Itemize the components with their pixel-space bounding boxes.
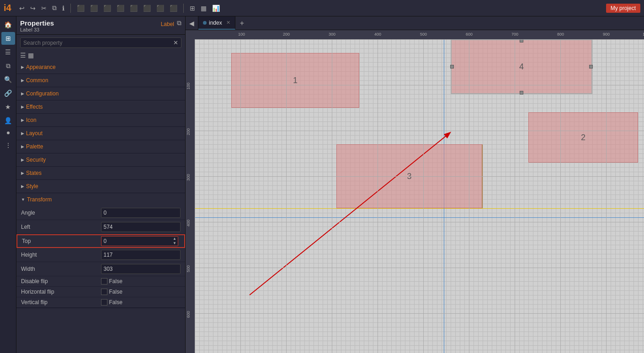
icon-bar-home[interactable]: 🏠 — [1, 18, 15, 31]
prop-top-input[interactable] — [101, 236, 172, 246]
handle-bottom[interactable] — [520, 91, 523, 95]
align-middle-btn[interactable]: ⬛ — [128, 4, 139, 13]
guide-blue-h-390 — [195, 217, 644, 218]
prop-top-spin-down[interactable]: ▼ — [171, 241, 178, 246]
icon-bar-layers[interactable]: ⧉ — [1, 59, 15, 72]
prop-disable-flip-checkbox[interactable]: False — [101, 278, 122, 285]
section-palette-header[interactable]: ▶ Palette — [16, 140, 185, 153]
prop-angle-value — [101, 208, 181, 218]
prop-width: Width — [16, 262, 185, 276]
prop-width-value — [101, 264, 181, 274]
ruler-corner — [186, 30, 195, 39]
tab-index[interactable]: index ✕ — [198, 16, 235, 30]
icon-bar-search[interactable]: 🔍 — [1, 73, 15, 86]
section-style-header[interactable]: ▶ Style — [16, 180, 185, 193]
section-layout-label: Layout — [26, 130, 43, 137]
panel-header: Properties Label 33 Label ⧉ — [16, 16, 185, 35]
tab-collapse-btn[interactable]: ◀ — [186, 16, 198, 30]
prop-disable-flip-value: False — [101, 278, 181, 285]
prop-vertical-flip-checkbox[interactable]: False — [101, 299, 122, 306]
panel-header-right: Label ⧉ — [161, 19, 181, 27]
section-appearance-header[interactable]: ▶ Appearance — [16, 61, 185, 74]
prop-left-label: Left — [21, 224, 101, 230]
view-grid-btn[interactable]: ▦ — [28, 52, 34, 59]
tab-index-close[interactable]: ✕ — [226, 20, 230, 26]
section-states: ▶ States — [16, 167, 185, 180]
section-common-header[interactable]: ▶ Common — [16, 74, 185, 87]
ruler-v-600: 600 — [186, 311, 191, 318]
section-configuration-header[interactable]: ▶ Configuration — [16, 87, 185, 100]
icon-bar-link[interactable]: 🔗 — [1, 87, 15, 100]
prop-height-input[interactable] — [101, 250, 181, 260]
prop-horizontal-flip-checkbox[interactable]: False — [101, 289, 122, 295]
align-top-btn[interactable]: ⬛ — [115, 4, 126, 13]
section-states-header[interactable]: ▶ States — [16, 167, 185, 179]
prop-height-value — [101, 250, 181, 260]
align-bottom-btn[interactable]: ⬛ — [142, 4, 152, 13]
grid-btn[interactable]: ⊞ — [188, 4, 197, 13]
section-layout-header[interactable]: ▶ Layout — [16, 127, 185, 140]
prop-angle-label: Angle — [21, 210, 101, 216]
ruler-h-700: 700 — [511, 32, 518, 37]
icon-bar-dots[interactable]: ⋮ — [1, 139, 15, 152]
info-btn[interactable]: ℹ — [61, 4, 66, 13]
section-icon-header[interactable]: ▶ Icon — [16, 114, 185, 126]
toolbar: i4 ↩ ↪ ✂ ⧉ ℹ ⬛ ⬛ ⬛ ⬛ ⬛ ⬛ ⬛ ⬛ ⊞ ▦ 📊 My pr… — [0, 0, 644, 16]
prop-height: Height — [16, 248, 185, 262]
section-effects-label: Effects — [26, 104, 43, 110]
guide-h-370 — [195, 208, 644, 209]
table-btn[interactable]: ▦ — [199, 4, 208, 13]
chevron-layout: ▶ — [21, 131, 24, 136]
canvas-box-1[interactable]: 1 — [231, 53, 359, 108]
handle-top[interactable] — [520, 39, 523, 42]
prop-left-input[interactable] — [101, 222, 181, 232]
icon-bar-person[interactable]: 👤 — [1, 114, 15, 127]
handle-left[interactable] — [450, 65, 454, 68]
canvas-box-4[interactable]: 4 — [451, 39, 592, 94]
canvas-wrapper[interactable]: 100 200 300 400 500 600 700 800 900 1000… — [186, 30, 644, 353]
canvas-box-3[interactable]: 3 — [336, 144, 483, 208]
prop-angle-input[interactable] — [101, 208, 181, 218]
distribute-v-btn[interactable]: ⬛ — [168, 4, 179, 13]
align-left-btn[interactable]: ⬛ — [75, 4, 86, 13]
copy-btn[interactable]: ⧉ — [51, 3, 58, 13]
handle-right[interactable] — [589, 65, 593, 68]
prop-disable-flip-text: False — [109, 278, 122, 285]
properties-panel: Properties Label 33 Label ⧉ ✕ ☰ ▦ ▶ Appe… — [16, 16, 186, 353]
icon-bar-list[interactable]: ☰ — [1, 46, 15, 58]
section-security-header[interactable]: ▶ Security — [16, 153, 185, 166]
search-input[interactable] — [23, 40, 173, 46]
chevron-transform: ▼ — [21, 197, 25, 202]
icon-bar-star[interactable]: ★ — [1, 100, 15, 113]
checkbox-disable-flip[interactable] — [101, 278, 107, 285]
canvas-content[interactable]: 1 4 2 — [195, 39, 644, 353]
section-layout: ▶ Layout — [16, 127, 185, 140]
align-right-btn[interactable]: ⬛ — [102, 4, 112, 13]
project-label[interactable]: My project — [606, 4, 640, 13]
prop-width-input[interactable] — [101, 264, 181, 274]
tab-add-btn[interactable]: + — [235, 16, 249, 30]
prop-top-spin-up[interactable]: ▲ — [171, 237, 178, 241]
ruler-v-100: 100 — [186, 83, 191, 90]
ruler-h-500: 500 — [420, 32, 427, 37]
undo-btn[interactable]: ↩ — [18, 4, 26, 13]
search-clear-icon[interactable]: ✕ — [173, 39, 178, 46]
checkbox-vertical-flip[interactable] — [101, 299, 107, 306]
distribute-h-btn[interactable]: ⬛ — [155, 4, 165, 13]
prop-top-spin-btns: ▲ ▼ — [171, 236, 178, 246]
icon-bar-components[interactable]: ⊞ — [1, 32, 15, 45]
section-transform-header[interactable]: ▼ Transform — [16, 193, 185, 206]
panel-copy-icon[interactable]: ⧉ — [177, 19, 181, 27]
checkbox-horizontal-flip[interactable] — [101, 289, 107, 295]
chart-btn[interactable]: 📊 — [211, 4, 221, 13]
redo-btn[interactable]: ↪ — [29, 4, 37, 13]
prop-vertical-flip: Vertical flip False — [16, 297, 185, 308]
align-center-btn[interactable]: ⬛ — [89, 4, 99, 13]
section-effects-header[interactable]: ▶ Effects — [16, 100, 185, 113]
cut-btn[interactable]: ✂ — [40, 4, 48, 13]
ruler-v-300: 300 — [186, 174, 191, 181]
canvas-box-2[interactable]: 2 — [528, 112, 638, 163]
prop-top: Top ▲ ▼ — [16, 234, 185, 248]
ruler-v-400: 400 — [186, 220, 191, 227]
view-list-btn[interactable]: ☰ — [20, 52, 26, 59]
